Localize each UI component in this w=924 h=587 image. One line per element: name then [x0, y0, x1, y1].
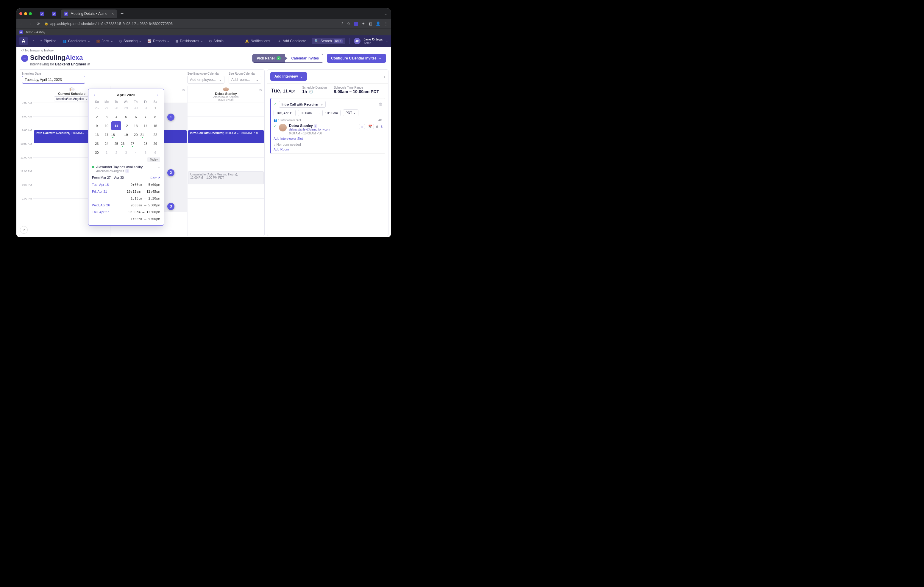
calendar-day[interactable]: 15: [150, 121, 160, 130]
calendar-day[interactable]: 22: [150, 130, 160, 139]
calendar-day[interactable]: 4: [131, 148, 141, 157]
calendar-day[interactable]: 1: [102, 148, 112, 157]
calendar-day[interactable]: 18: [111, 130, 114, 139]
profile-icon[interactable]: 👤: [376, 21, 380, 26]
add-interviewer-slot-link[interactable]: Add Interviewer Slot: [274, 137, 303, 140]
star-icon[interactable]: ☆: [359, 124, 365, 129]
interview-date-input[interactable]: [22, 76, 85, 84]
hide-column-icon[interactable]: 👁: [182, 88, 185, 92]
calendar-day[interactable]: 11: [111, 121, 121, 130]
interview-tz-field[interactable]: PDT ⌄: [343, 109, 358, 116]
calendar-day[interactable]: 29: [150, 139, 160, 148]
info-icon[interactable]: i: [314, 124, 317, 128]
calendar-day[interactable]: 27: [131, 139, 134, 148]
calendar-day[interactable]: 7: [141, 112, 151, 121]
calendar-day[interactable]: 4: [111, 112, 121, 121]
calendar-day[interactable]: 27: [102, 104, 112, 112]
calendar-day[interactable]: 26: [121, 139, 124, 148]
calendar-day[interactable]: 26: [92, 104, 102, 112]
calendar-day[interactable]: 2: [111, 148, 121, 157]
calendar-day[interactable]: 1: [150, 104, 160, 112]
calendar-day[interactable]: 8: [150, 112, 160, 121]
notifications-button[interactable]: 🔔Notifications: [243, 37, 272, 45]
star-icon[interactable]: ☆: [347, 21, 350, 26]
search-button[interactable]: 🔍Search⌘+K: [312, 38, 346, 44]
calendar-day[interactable]: 30: [92, 148, 102, 157]
close-tab-icon[interactable]: ×: [112, 11, 114, 16]
brand-logo[interactable]: A: [19, 37, 28, 45]
calendar-day[interactable]: 13: [131, 121, 141, 130]
overflow-icon[interactable]: ⋮: [384, 21, 388, 26]
calendar-day[interactable]: 31: [141, 104, 151, 112]
back-button[interactable]: ←: [21, 55, 28, 62]
calendar-day[interactable]: 5: [141, 148, 151, 157]
hide-column-icon[interactable]: 👁: [259, 88, 262, 92]
user-menu[interactable]: Jane Ortega Acme: [363, 38, 383, 44]
calendar-day[interactable]: 23: [92, 139, 102, 148]
interview-end-field[interactable]: 10:00am: [322, 110, 340, 116]
calendar-day[interactable]: 6: [131, 112, 141, 121]
interview-title-select[interactable]: Intro Call with Recruiter⌄: [279, 101, 326, 108]
remove-interviewer-icon[interactable]: 🗑: [376, 125, 379, 128]
nav-sourcing[interactable]: ◎Sourcing⌄: [117, 37, 144, 45]
prev-month-icon[interactable]: ←: [92, 92, 99, 98]
add-room-link[interactable]: Add Room: [274, 148, 289, 151]
calendar-icon[interactable]: 📅: [367, 124, 374, 129]
calendar-day[interactable]: 30: [131, 104, 141, 112]
next-month-icon[interactable]: →: [153, 92, 160, 98]
back-icon[interactable]: ←: [19, 21, 24, 26]
interview-date-field[interactable]: Tue, Apr 11: [274, 110, 295, 116]
calendar-day[interactable]: 3: [102, 112, 112, 121]
window-controls[interactable]: [19, 12, 32, 15]
calendar-day[interactable]: 12: [121, 121, 131, 130]
url-field[interactable]: 🔒 app.ashbyhq.com/schedules/drafts/38383…: [45, 22, 338, 26]
event-intro-call-col3[interactable]: Intro Call with Recruiter, 9:00 AM – 10:…: [188, 130, 264, 143]
add-room-select[interactable]: Add room…⌄: [229, 76, 261, 84]
alt-count[interactable]: 3: [381, 125, 383, 128]
nav-pipeline[interactable]: ≡Pipeline: [38, 37, 59, 45]
calendar-day[interactable]: 28: [111, 104, 121, 112]
calendar-day[interactable]: 21: [141, 130, 144, 139]
calendar-day[interactable]: 24: [102, 139, 112, 148]
calendar-day[interactable]: 10: [102, 121, 112, 130]
add-employee-select[interactable]: Add employee…⌄: [187, 76, 224, 84]
calendar-day[interactable]: 3: [121, 148, 131, 157]
nav-jobs[interactable]: 💼Jobs⌄: [94, 37, 116, 45]
delete-interview-icon[interactable]: 🗑: [379, 102, 383, 107]
interview-start-field[interactable]: 9:00am: [298, 110, 314, 116]
forward-icon[interactable]: →: [28, 21, 33, 26]
calendar-day[interactable]: 6: [150, 148, 160, 157]
add-interview-button[interactable]: Add Interview⌄: [270, 72, 307, 81]
new-tab-button[interactable]: +: [119, 11, 125, 17]
browser-tab-active[interactable]: A Meeting Details • Acme ×: [61, 10, 117, 18]
availability-toggle[interactable]: Alexander Taylor's availability ⌄: [92, 165, 160, 169]
calendar-day[interactable]: 25: [111, 139, 121, 148]
bookmark-item[interactable]: Demo - Ashby: [25, 30, 45, 34]
configure-invites-button[interactable]: Configure Calendar Invites→: [327, 54, 386, 63]
help-button[interactable]: ?: [20, 226, 28, 234]
calendar-day[interactable]: 29: [121, 104, 131, 112]
user-avatar[interactable]: JO: [354, 38, 360, 44]
nav-admin[interactable]: ⚙Admin: [206, 37, 226, 45]
calendar-day[interactable]: 14: [141, 121, 151, 130]
share-icon[interactable]: ⤴: [341, 21, 343, 26]
today-button[interactable]: Today: [147, 157, 160, 162]
step-calendar-invites[interactable]: Calendar Invites: [285, 54, 323, 62]
add-candidate-button[interactable]: ＋Add Candidate: [276, 37, 309, 45]
timezone-pill[interactable]: America/Los Angeles⌄: [54, 96, 90, 101]
calendar-day[interactable]: 17: [102, 130, 112, 139]
reload-icon[interactable]: ⟳: [36, 21, 41, 26]
browser-tab-0[interactable]: A: [37, 10, 47, 18]
calendar-day[interactable]: 20: [131, 130, 141, 139]
extensions-icon[interactable]: ✦: [362, 21, 365, 26]
panel-icon[interactable]: ◧: [368, 21, 372, 26]
calendar-day[interactable]: 2: [92, 112, 102, 121]
edit-availability-link[interactable]: Edit↗: [150, 176, 160, 179]
nav-reports[interactable]: 📈Reports⌄: [145, 37, 172, 45]
calendar-day[interactable]: 28: [141, 139, 151, 148]
nav-candidates[interactable]: 👥Candidates⌄: [60, 37, 92, 45]
expand-panel-icon[interactable]: ›: [384, 74, 385, 79]
calendar-day[interactable]: 19: [121, 130, 131, 139]
browser-tab-1[interactable]: A: [49, 10, 59, 18]
info-icon[interactable]: i: [125, 169, 129, 173]
